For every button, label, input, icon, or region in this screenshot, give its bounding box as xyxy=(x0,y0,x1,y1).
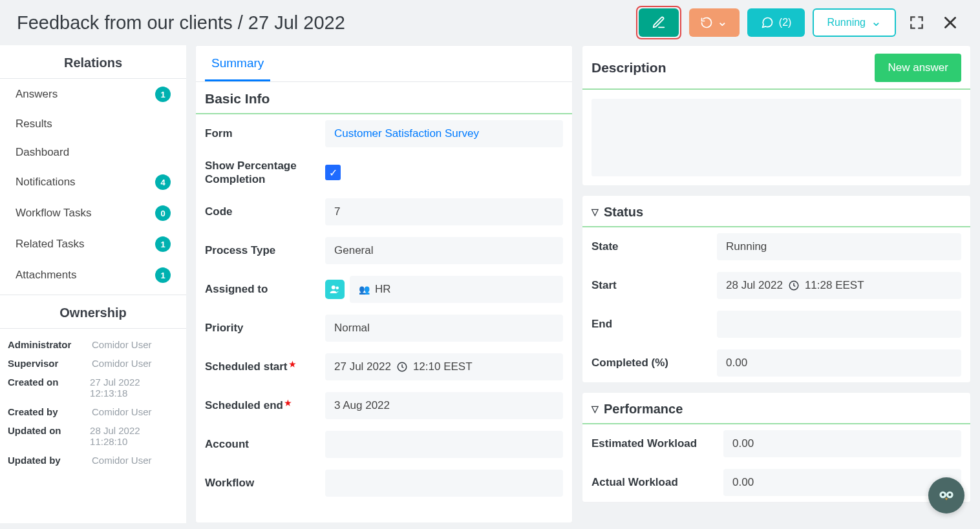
sidebar-item-label: Results xyxy=(16,118,52,130)
tab-summary[interactable]: Summary xyxy=(205,46,270,81)
status-card: Status State Running Start 28 Jul 2022 1… xyxy=(582,195,971,383)
history-icon xyxy=(700,16,713,29)
collapse-icon[interactable] xyxy=(591,402,604,416)
sidebar-item-label: Attachments xyxy=(16,269,77,282)
sidebar-item-attachments[interactable]: Attachments 1 xyxy=(0,260,186,291)
edit-button[interactable] xyxy=(639,8,679,37)
sidebar-item-related-tasks[interactable]: Related Tasks 1 xyxy=(0,229,186,260)
end-label: End xyxy=(591,317,708,331)
collapse-icon[interactable] xyxy=(591,205,604,219)
form-field[interactable]: Customer Satisfaction Survey xyxy=(325,120,563,147)
description-title: Description xyxy=(591,60,666,76)
ownership-row: Updated on28 Jul 2022 11:28:10 xyxy=(8,421,178,451)
scheduled-start-label: Scheduled start xyxy=(205,360,316,373)
show-pct-checkbox[interactable]: ✓ xyxy=(325,165,341,180)
count-badge: 1 xyxy=(155,87,171,102)
ownership-value: Comidor User xyxy=(92,455,152,466)
comment-icon xyxy=(761,16,774,29)
account-field xyxy=(325,431,563,458)
close-button[interactable] xyxy=(937,10,963,36)
ownership-row: SupervisorComidor User xyxy=(8,354,178,373)
estimated-workload-field: 0.00 xyxy=(723,430,961,457)
ownership-row: Updated byComidor User xyxy=(8,451,178,470)
priority-field: Normal xyxy=(325,315,563,342)
assigned-to-field: HR xyxy=(350,276,563,303)
assigned-to-label: Assigned to xyxy=(205,282,316,296)
sidebar-item-workflow-tasks[interactable]: Workflow Tasks 0 xyxy=(0,198,186,229)
ownership-key: Created on xyxy=(8,377,90,399)
start-label: Start xyxy=(591,278,708,292)
chevron-down-icon xyxy=(871,17,882,28)
workflow-label: Workflow xyxy=(205,476,316,490)
description-card: Description New answer xyxy=(582,45,971,186)
ownership-key: Updated on xyxy=(8,425,90,447)
running-status-button[interactable]: Running xyxy=(813,8,896,37)
count-badge: 4 xyxy=(155,174,171,190)
ownership-value: Comidor User xyxy=(92,406,152,417)
people-icon xyxy=(325,280,345,299)
page-title: Feedback from our clients / 27 Jul 2022 xyxy=(17,12,345,34)
sidebar-item-label: Related Tasks xyxy=(16,238,84,251)
ownership-value: 28 Jul 2022 11:28:10 xyxy=(90,425,178,447)
group-icon xyxy=(359,283,370,296)
sidebar-item-label: Notifications xyxy=(16,176,76,189)
completed-field: 0.00 xyxy=(717,349,961,377)
form-link[interactable]: Customer Satisfaction Survey xyxy=(334,127,479,140)
scheduled-start-field: 27 Jul 2022 12:10 EEST xyxy=(325,353,563,380)
code-field: 7 xyxy=(325,198,563,225)
running-label: Running xyxy=(827,17,866,28)
state-label: State xyxy=(591,240,708,253)
comments-button[interactable]: (2) xyxy=(747,8,805,37)
sidebar-item-results[interactable]: Results xyxy=(0,110,186,138)
ownership-grid: AdministratorComidor User SupervisorComi… xyxy=(0,329,186,476)
show-pct-label: Show Percentage Completion xyxy=(205,159,316,187)
performance-card: Performance Estimated Workload 0.00 Actu… xyxy=(582,392,971,503)
sidebar-item-answers[interactable]: Answers 1 xyxy=(0,79,186,110)
sidebar: Relations Answers 1 Results Dashboard No… xyxy=(0,45,186,523)
actual-workload-field: 0.00 xyxy=(723,469,961,496)
svg-point-6 xyxy=(942,493,944,496)
pencil-icon xyxy=(652,16,666,30)
count-badge: 1 xyxy=(155,267,171,283)
ownership-row: Created on27 Jul 2022 12:13:18 xyxy=(8,373,178,402)
description-textarea[interactable] xyxy=(591,99,961,176)
sidebar-item-label: Answers xyxy=(16,88,58,101)
ownership-row: AdministratorComidor User xyxy=(8,335,178,354)
help-owl-button[interactable] xyxy=(928,477,964,513)
history-button[interactable] xyxy=(689,8,740,37)
svg-point-0 xyxy=(332,285,336,289)
tabs: Summary xyxy=(196,46,572,82)
scheduled-start-time: 12:10 EEST xyxy=(413,360,473,373)
form-label: Form xyxy=(205,127,316,140)
comments-count: (2) xyxy=(779,17,792,28)
chevron-down-icon xyxy=(717,17,728,28)
svg-point-1 xyxy=(336,286,339,289)
start-date: 28 Jul 2022 xyxy=(726,279,783,292)
new-answer-button[interactable]: New answer xyxy=(875,54,961,82)
start-field: 28 Jul 2022 11:28 EEST xyxy=(717,272,961,299)
workflow-field xyxy=(325,470,563,497)
count-badge: 1 xyxy=(155,236,171,252)
ownership-value: Comidor User xyxy=(92,358,152,369)
sidebar-item-label: Workflow Tasks xyxy=(16,207,91,220)
status-title: Status xyxy=(582,196,970,227)
count-badge: 0 xyxy=(155,205,171,221)
clock-icon xyxy=(788,280,800,291)
top-actions: (2) Running xyxy=(636,6,963,39)
estimated-workload-label: Estimated Workload xyxy=(591,437,714,450)
performance-title: Performance xyxy=(582,393,970,424)
ownership-value: Comidor User xyxy=(92,339,152,350)
relations-title: Relations xyxy=(0,45,186,79)
actual-workload-label: Actual Workload xyxy=(591,475,714,489)
ownership-title: Ownership xyxy=(0,295,186,329)
sidebar-item-dashboard[interactable]: Dashboard xyxy=(0,138,186,167)
svg-point-7 xyxy=(948,493,951,496)
priority-label: Priority xyxy=(205,321,316,335)
ownership-key: Created by xyxy=(8,406,92,417)
fullscreen-button[interactable] xyxy=(904,10,930,36)
state-field: Running xyxy=(717,233,961,260)
assigned-to-value: HR xyxy=(375,283,391,296)
scheduled-start-date: 27 Jul 2022 xyxy=(334,360,391,373)
sidebar-item-notifications[interactable]: Notifications 4 xyxy=(0,167,186,198)
clock-icon xyxy=(396,361,408,373)
